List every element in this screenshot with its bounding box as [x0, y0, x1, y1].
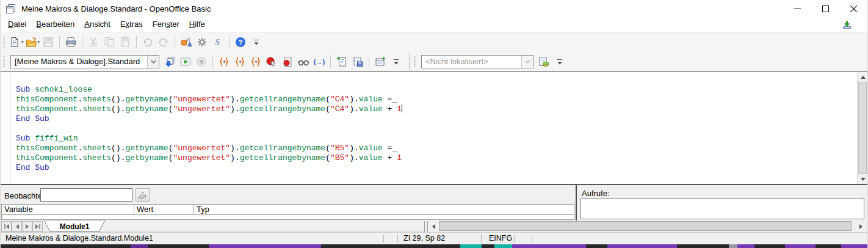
menu-extras[interactable]: Extras [115, 18, 148, 31]
dock-window-icon[interactable] [841, 18, 853, 31]
chevron-down-icon[interactable] [147, 56, 159, 68]
stop-button[interactable] [193, 54, 209, 70]
macro-organizer-button[interactable]: S [210, 34, 226, 50]
language-toolbar-overflow[interactable] [552, 54, 568, 70]
window-title: Meine Makros & Dialoge.Standard - OpenOf… [21, 4, 211, 13]
paste-icon [119, 36, 131, 48]
code-line[interactable]: Sub schoki_loose [16, 85, 856, 95]
step-into-button[interactable] [232, 54, 248, 70]
code-line[interactable]: Sub fiffi_win [16, 134, 856, 144]
svg-text:?: ? [238, 38, 242, 47]
calls-panel: Aufrufe: [577, 185, 867, 221]
find-button[interactable] [295, 54, 311, 70]
status-cursor-position: ZI 29, Sp 82 [403, 233, 445, 244]
breakpoint-gutter[interactable] [1, 72, 11, 184]
standard-toolbar-overflow[interactable] [248, 34, 264, 50]
run-button[interactable] [178, 54, 193, 70]
breakpoint-button[interactable] [264, 54, 280, 70]
maximize-button[interactable] [811, 0, 839, 17]
debug-dock: Beobachter: Variable Wert Typ Aufrufe: [1, 184, 867, 221]
next-tab-button[interactable] [22, 221, 32, 232]
paste-button[interactable] [117, 34, 133, 50]
find-parentheses-button[interactable]: (→) [311, 54, 327, 70]
column-typ[interactable]: Typ [194, 205, 574, 214]
vertical-scrollbar[interactable] [857, 72, 867, 184]
code-line[interactable] [16, 75, 856, 85]
menu-ansicht[interactable]: Ansicht [79, 18, 115, 31]
scroll-right-icon[interactable] [856, 221, 866, 232]
toolbar-grip[interactable] [2, 56, 5, 68]
column-variable[interactable]: Variable [2, 205, 134, 214]
status-module-path: Meine Makros & Dialoge.Standard.Module1 [5, 233, 153, 244]
menu-bearbeiten[interactable]: Bearbeiten [31, 18, 79, 31]
save-button[interactable] [40, 34, 56, 50]
redo-button[interactable] [156, 34, 172, 50]
copy-button[interactable] [101, 34, 117, 50]
cut-button[interactable] [85, 34, 101, 50]
manage-language-icon [538, 56, 550, 68]
manage-breakpoints-button[interactable] [280, 54, 295, 70]
breakpoint-icon [266, 56, 278, 68]
code-line[interactable]: thisComponent.sheets().getbyname("ungewe… [16, 153, 856, 163]
new-document-button[interactable]: ▾ [8, 34, 24, 50]
watch-input[interactable] [40, 188, 132, 202]
step-over-button[interactable] [216, 54, 232, 70]
menu-hilfe[interactable]: Hilfe [184, 18, 210, 31]
print-button[interactable] [63, 34, 79, 50]
language-combobox[interactable]: <Nicht lokalisiert> [421, 55, 533, 68]
scroll-down-icon[interactable] [858, 174, 868, 184]
toolbar-grip[interactable] [2, 36, 5, 48]
scroll-up-icon[interactable] [858, 72, 868, 82]
cut-icon [87, 36, 99, 48]
column-wert[interactable]: Wert [134, 205, 194, 214]
watch-table[interactable]: Variable Wert Typ [1, 204, 574, 220]
calls-list[interactable] [580, 199, 864, 219]
code-line[interactable]: End Sub [16, 163, 856, 173]
code-line[interactable]: thisComponent.sheets().getbyname("ungewe… [16, 144, 856, 153]
openoffice-basic-window: Meine Makros & Dialoge.Standard - OpenOf… [0, 0, 868, 248]
dropdown-arrow-icon[interactable]: ▾ [21, 40, 24, 45]
import-source-button[interactable] [334, 54, 350, 70]
code-area[interactable]: Sub schoki_loosethisComponent.sheets().g… [12, 72, 856, 184]
save-source-button[interactable] [350, 54, 366, 70]
toolbar-separator [82, 36, 82, 48]
code-line[interactable] [16, 124, 856, 134]
scroll-left-icon[interactable] [429, 221, 439, 232]
toolbar-grip[interactable] [413, 56, 416, 68]
menu-fenster[interactable]: Fenster [148, 18, 184, 31]
remove-watch-button[interactable] [136, 188, 150, 202]
open-button[interactable]: ▾ [24, 34, 41, 50]
horizontal-scrollbar-thumb[interactable] [439, 221, 852, 231]
undo-button[interactable] [140, 34, 156, 50]
minimize-button[interactable] [783, 0, 811, 17]
code-line[interactable]: End Sub [16, 114, 856, 124]
dropdown-arrow-icon[interactable]: ▾ [38, 40, 40, 45]
step-brace-icon [234, 56, 246, 68]
previous-tab-button[interactable] [12, 221, 22, 232]
compile-button[interactable] [162, 54, 178, 70]
manage-language-button[interactable] [536, 54, 552, 70]
open-folder-icon [25, 36, 37, 48]
help-button[interactable]: ? [233, 34, 248, 50]
object-catalog-button[interactable] [178, 34, 194, 50]
status-insert-mode: EINFG [489, 233, 512, 244]
overflow-icon [554, 56, 566, 68]
macro-toolbar-overflow[interactable] [388, 54, 404, 70]
menu-datei[interactable]: Datei [3, 18, 31, 31]
last-tab-button[interactable] [32, 221, 43, 232]
close-button[interactable] [839, 0, 867, 17]
overflow-icon [250, 36, 262, 48]
code-line[interactable]: thisComponent.sheets().getbyname("ungewe… [16, 104, 856, 114]
horizontal-scrollbar[interactable] [429, 221, 867, 232]
tabbar-splitter[interactable] [424, 221, 428, 232]
first-tab-button[interactable] [1, 221, 12, 232]
breakpoint-doc-icon [281, 56, 294, 68]
code-line[interactable]: thisComponent.sheets().getbyname("ungewe… [16, 95, 856, 104]
organize-modules-button[interactable] [372, 54, 388, 70]
vertical-scrollbar-thumb[interactable] [858, 82, 867, 174]
library-combobox[interactable]: [Meine Makros & Dialoge].Standard [10, 55, 159, 68]
step-out-button[interactable] [248, 54, 264, 70]
tab-module1[interactable]: Module1 [43, 221, 106, 232]
settings-button[interactable] [194, 34, 210, 50]
standard-toolbar: ▾▾S? [1, 32, 867, 52]
